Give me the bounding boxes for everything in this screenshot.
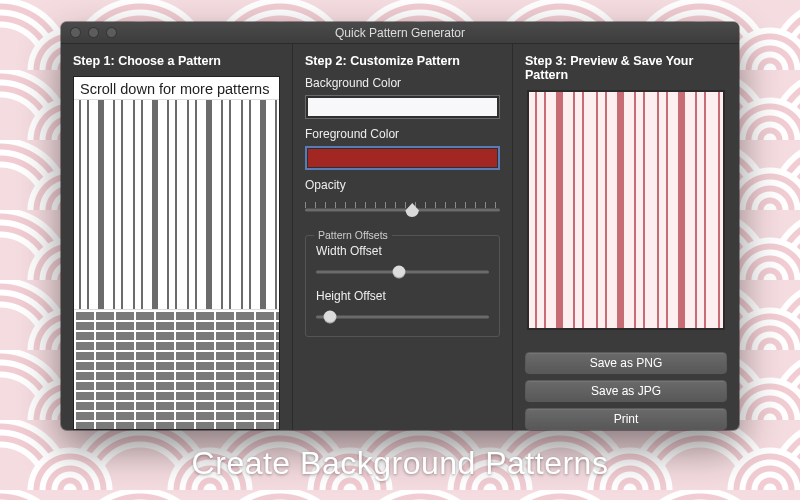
- window-controls: [70, 27, 117, 38]
- slider-thumb[interactable]: [393, 266, 406, 279]
- slider-track: [305, 209, 500, 212]
- opacity-label: Opacity: [305, 178, 500, 192]
- offsets-title: Pattern Offsets: [314, 229, 392, 241]
- bgcolor-well[interactable]: [305, 95, 500, 119]
- width-offset-label: Width Offset: [316, 244, 489, 258]
- scroll-hint: Scroll down for more patterns: [74, 77, 279, 99]
- app-window: Quick Pattern Generator Step 1: Choose a…: [61, 22, 739, 430]
- pattern-option-stripes[interactable]: [74, 99, 279, 309]
- save-png-button[interactable]: Save as PNG: [525, 352, 727, 374]
- offsets-group: Pattern Offsets Width Offset Height Offs…: [305, 235, 500, 337]
- minimize-icon[interactable]: [88, 27, 99, 38]
- save-jpg-button[interactable]: Save as JPG: [525, 380, 727, 402]
- pattern-list[interactable]: Scroll down for more patterns: [73, 76, 280, 430]
- panel-step2: Step 2: Customize Pattern Background Col…: [293, 44, 513, 430]
- fgcolor-well[interactable]: [305, 146, 500, 170]
- slider-thumb[interactable]: [323, 311, 336, 324]
- step3-heading: Step 3: Preview & Save Your Pattern: [525, 54, 727, 82]
- width-offset-slider[interactable]: [316, 263, 489, 281]
- plus-overlay-icon: [74, 100, 279, 309]
- bgcolor-swatch: [308, 98, 497, 116]
- zoom-icon[interactable]: [106, 27, 117, 38]
- step2-heading: Step 2: Customize Pattern: [305, 54, 500, 68]
- print-button[interactable]: Print: [525, 408, 727, 430]
- window-title: Quick Pattern Generator: [61, 26, 739, 40]
- opacity-slider[interactable]: [305, 199, 500, 221]
- window-body: Step 1: Choose a Pattern Scroll down for…: [61, 44, 739, 430]
- panel-step1: Step 1: Choose a Pattern Scroll down for…: [61, 44, 293, 430]
- bgcolor-label: Background Color: [305, 76, 500, 90]
- marketing-tagline: Create Background Patterns: [0, 445, 800, 482]
- fgcolor-swatch: [308, 149, 497, 167]
- pattern-preview: [527, 90, 725, 330]
- plus-overlay-icon: [529, 92, 723, 328]
- close-icon[interactable]: [70, 27, 81, 38]
- save-buttons: Save as PNG Save as JPG Print: [525, 352, 727, 430]
- slider-ticks: [305, 202, 500, 208]
- height-offset-slider[interactable]: [316, 308, 489, 326]
- pattern-option-bricks[interactable]: [74, 309, 279, 429]
- fgcolor-label: Foreground Color: [305, 127, 500, 141]
- height-offset-label: Height Offset: [316, 289, 489, 303]
- titlebar[interactable]: Quick Pattern Generator: [61, 22, 739, 44]
- step1-heading: Step 1: Choose a Pattern: [73, 54, 280, 68]
- slider-track: [316, 316, 489, 319]
- panel-step3: Step 3: Preview & Save Your Pattern Save…: [513, 44, 739, 430]
